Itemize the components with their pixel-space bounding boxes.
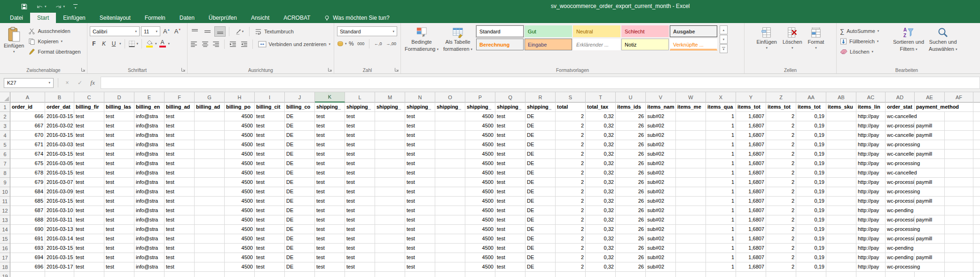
cell-E7[interactable]: info@stra <box>134 159 165 168</box>
cell-AF19[interactable] <box>945 272 973 277</box>
cell-K13[interactable]: test <box>315 215 345 225</box>
cell-AG1[interactable] <box>973 103 980 112</box>
cell-T2[interactable]: 0,32 <box>586 112 616 121</box>
cell-Q5[interactable]: test <box>495 140 525 150</box>
cell-H9[interactable]: 4500 <box>225 178 255 187</box>
cell-Z3[interactable]: 2 <box>766 121 796 131</box>
cell-Q3[interactable]: test <box>495 121 525 131</box>
row-header-13[interactable]: 13 <box>0 215 10 225</box>
cell-AE11[interactable]: paymill <box>915 197 945 206</box>
column-header-S[interactable]: S <box>556 92 586 103</box>
cell-AE9[interactable]: paymill <box>915 178 945 187</box>
number-format-combo[interactable]: Standard ▾ <box>337 26 397 36</box>
cell-T14[interactable]: 0,32 <box>586 225 616 234</box>
cell-AG15[interactable] <box>973 234 980 244</box>
row-header-8[interactable]: 8 <box>0 168 10 178</box>
cell-V8[interactable]: sub#02 <box>646 168 676 178</box>
cell-E12[interactable]: info@stra <box>134 206 165 215</box>
cell-Z12[interactable]: 2 <box>766 206 796 215</box>
cell-AF15[interactable] <box>945 234 973 244</box>
cell-AF12[interactable] <box>945 206 973 215</box>
tab-acrobat[interactable]: ACROBAT <box>276 13 317 23</box>
cell-R3[interactable]: DE <box>525 121 556 131</box>
cell-A19[interactable] <box>10 272 45 277</box>
cell-D8[interactable]: test <box>104 168 134 178</box>
cell-AD11[interactable]: wc-processing <box>886 197 915 206</box>
align-middle-button[interactable] <box>202 26 213 37</box>
cell-T5[interactable]: 0,32 <box>586 140 616 150</box>
cell-E2[interactable]: info@stra <box>134 112 165 121</box>
cell-X6[interactable]: 1 <box>706 150 736 159</box>
dialog-launcher-icon[interactable] <box>394 67 399 72</box>
cell-K6[interactable]: test <box>315 150 345 159</box>
cell-T3[interactable]: 0,32 <box>586 121 616 131</box>
cell-AE6[interactable]: paymill <box>915 150 945 159</box>
cell-P16[interactable]: 4500 <box>465 244 495 253</box>
cell-AF13[interactable] <box>945 215 973 225</box>
cell-A18[interactable]: 696 <box>10 262 45 272</box>
cell-AA5[interactable]: 0,19 <box>796 140 826 150</box>
decrease-font-button[interactable]: A▼ <box>173 28 183 35</box>
cell-P2[interactable]: 4500 <box>465 112 495 121</box>
column-header-G[interactable]: G <box>195 92 225 103</box>
cell-AB14[interactable] <box>826 225 856 234</box>
cell-AC3[interactable]: http://pay <box>856 121 886 131</box>
cell-G6[interactable] <box>195 150 225 159</box>
column-header-AG[interactable] <box>973 92 980 103</box>
cell-P13[interactable]: 4500 <box>465 215 495 225</box>
cell-R2[interactable]: DE <box>525 112 556 121</box>
align-top-button[interactable] <box>189 26 200 37</box>
cell-N9[interactable]: test <box>405 178 435 187</box>
cell-S19[interactable] <box>556 272 586 277</box>
cell-Q14[interactable]: test <box>495 225 525 234</box>
cell-AD3[interactable]: wc-processing <box>886 121 915 131</box>
cell-S17[interactable]: 2 <box>556 253 586 262</box>
cell-AA7[interactable]: 0,19 <box>796 159 826 168</box>
cell-C6[interactable]: test <box>74 150 104 159</box>
cell-Z9[interactable]: 2 <box>766 178 796 187</box>
cell-K11[interactable]: test <box>315 197 345 206</box>
cell-AE19[interactable] <box>915 272 945 277</box>
cell-Z10[interactable]: 2 <box>766 187 796 197</box>
cell-M19[interactable] <box>375 272 405 277</box>
cell-C9[interactable]: test <box>74 178 104 187</box>
chevron-down-icon[interactable]: ▾ <box>168 42 170 46</box>
cell-M14[interactable] <box>375 225 405 234</box>
cell-F10[interactable]: test <box>165 187 195 197</box>
column-header-AC[interactable]: AC <box>856 92 886 103</box>
cell-Q17[interactable]: test <box>495 253 525 262</box>
cell-Y7[interactable]: 1,6807 <box>736 159 766 168</box>
cell-Q1[interactable]: shipping_ <box>495 103 525 112</box>
cell-J16[interactable]: DE <box>285 244 315 253</box>
cell-Z16[interactable]: 2 <box>766 244 796 253</box>
cell-N5[interactable]: test <box>405 140 435 150</box>
cell-C4[interactable]: test <box>74 131 104 140</box>
merge-center-button[interactable]: Verbinden und zentrieren ▾ <box>256 40 332 48</box>
cell-X4[interactable]: 1 <box>706 131 736 140</box>
cell-X17[interactable]: 1 <box>706 253 736 262</box>
cell-A2[interactable]: 666 <box>10 112 45 121</box>
row-header-10[interactable]: 10 <box>0 187 10 197</box>
cell-P19[interactable] <box>465 272 495 277</box>
cell-B7[interactable]: 2016-03-05 <box>45 159 74 168</box>
cell-H2[interactable]: 4500 <box>225 112 255 121</box>
cell-AA10[interactable]: 0,19 <box>796 187 826 197</box>
cell-V11[interactable]: sub#02 <box>646 197 676 206</box>
cell-X9[interactable]: 1 <box>706 178 736 187</box>
cell-M2[interactable] <box>375 112 405 121</box>
cell-H14[interactable]: 4500 <box>225 225 255 234</box>
cell-R17[interactable]: DE <box>525 253 556 262</box>
cell-I4[interactable]: test <box>255 131 285 140</box>
cell-M10[interactable] <box>375 187 405 197</box>
cell-U12[interactable]: 26 <box>616 206 646 215</box>
cell-P10[interactable]: 4500 <box>465 187 495 197</box>
cell-C11[interactable]: test <box>74 197 104 206</box>
cell-I13[interactable]: test <box>255 215 285 225</box>
clear-button[interactable]: Löschen ▾ <box>838 47 891 56</box>
cell-X3[interactable]: 1 <box>706 121 736 131</box>
column-header-AA[interactable]: AA <box>796 92 826 103</box>
accounting-format-icon[interactable] <box>337 40 344 47</box>
chevron-down-icon[interactable]: ▾ <box>137 42 139 46</box>
row-header-15[interactable]: 15 <box>0 234 10 244</box>
cell-AB17[interactable] <box>826 253 856 262</box>
